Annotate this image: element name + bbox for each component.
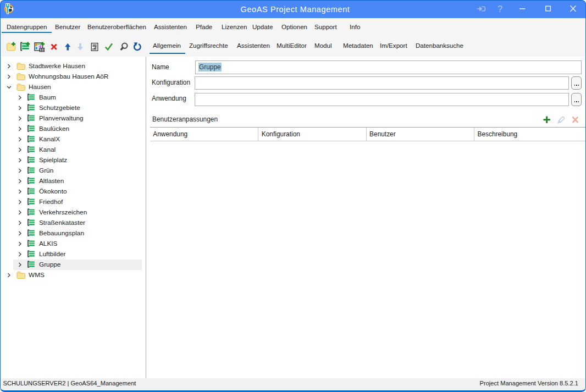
svg-text:?: ? (497, 4, 502, 14)
